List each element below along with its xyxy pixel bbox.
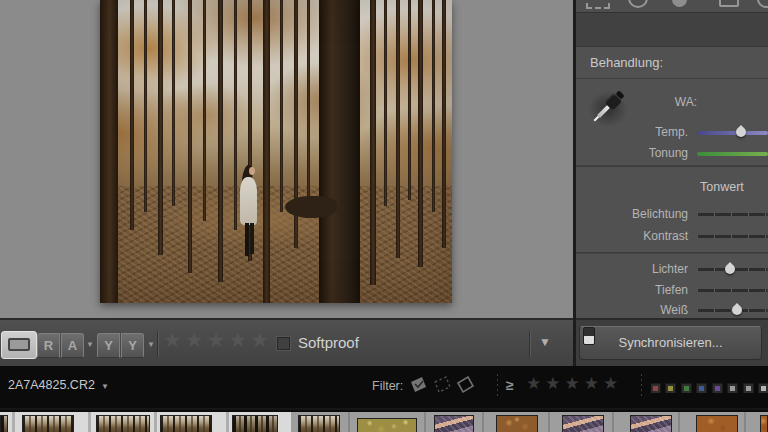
- highlights-slider-handle[interactable]: [723, 262, 737, 276]
- color-label-filters: [651, 379, 768, 393]
- star-icon[interactable]: ★: [565, 374, 584, 393]
- develop-right-panel: Behandlung: WA: Temp. Tonung Tonwert Bel…: [576, 0, 768, 318]
- color-label-purple[interactable]: [713, 384, 722, 393]
- exposure-slider-track[interactable]: [697, 213, 768, 216]
- filmstrip-filename[interactable]: 2A7A4825.CR2▼: [8, 378, 109, 392]
- split-view-right-button[interactable]: Y: [121, 333, 144, 358]
- softproof-checkbox[interactable]: [277, 337, 290, 350]
- star-icon[interactable]: ★: [250, 328, 272, 351]
- tint-slider-label: Tonung: [576, 146, 688, 160]
- unflagged-flag-icon: [435, 377, 450, 392]
- thumbnail[interactable]: [298, 415, 340, 432]
- synchronize-button[interactable]: Synchronisieren...: [579, 326, 762, 360]
- color-label-none[interactable]: [728, 384, 737, 393]
- thumbnail[interactable]: [496, 415, 538, 432]
- thumbnail[interactable]: [760, 415, 768, 432]
- star-icon[interactable]: ★: [603, 374, 622, 393]
- cell-divider: [424, 412, 426, 432]
- temp-slider-label: Temp.: [576, 125, 688, 139]
- thumbnail[interactable]: [232, 415, 278, 432]
- star-icon[interactable]: ★: [584, 374, 603, 393]
- thumbnail[interactable]: [357, 418, 417, 432]
- thumbnail[interactable]: [96, 415, 150, 432]
- develop-toolbar: R A ▼ Y Y ▼ ★★★★★ Softproof ▼: [0, 318, 573, 366]
- thumbnail[interactable]: [0, 415, 8, 432]
- color-label-yellow[interactable]: [666, 384, 675, 393]
- crop-tool-icon[interactable]: [586, 0, 610, 9]
- star-icon[interactable]: ★: [185, 328, 207, 351]
- sync-row: Synchronisieren...: [576, 318, 768, 366]
- red-eye-tool-icon[interactable]: [672, 0, 687, 7]
- thumbnail[interactable]: [696, 415, 738, 432]
- cell-divider: [348, 412, 350, 432]
- rating-stars[interactable]: ★★★★★: [163, 328, 272, 352]
- filmstrip: 2A7A4825.CR2▼ Filter: ≥ ★★★★★: [0, 366, 768, 432]
- toolbar-divider: [530, 331, 531, 357]
- reject-flag-icon: [458, 377, 473, 392]
- temp-slider-track[interactable]: [697, 131, 768, 135]
- before-after-left-button[interactable]: R: [37, 333, 60, 358]
- graduated-filter-tool-icon[interactable]: [719, 0, 739, 7]
- contrast-slider-track[interactable]: [697, 235, 768, 238]
- temp-slider-handle[interactable]: [734, 125, 748, 139]
- color-label-red[interactable]: [651, 384, 660, 393]
- before-after-right-button[interactable]: A: [61, 333, 84, 358]
- radial-filter-tool-icon[interactable]: [757, 0, 768, 8]
- panel-tone: Tonwert Belichtung Kontrast Lichter Tief…: [576, 166, 768, 318]
- filter-label: Filter:: [372, 379, 403, 393]
- filter-divider: [641, 374, 642, 396]
- work-area: [0, 0, 573, 318]
- thumbnail[interactable]: [562, 415, 604, 432]
- thumbnail[interactable]: [630, 415, 672, 432]
- sync-toggle-switch-icon[interactable]: [583, 327, 595, 345]
- color-label-green[interactable]: [682, 384, 691, 393]
- treatment-header[interactable]: Behandlung:: [576, 47, 768, 79]
- filter-rating-stars[interactable]: ★★★★★: [526, 373, 622, 394]
- tone-header: Tonwert: [700, 180, 744, 194]
- chevron-down-icon[interactable]: ▼: [101, 382, 109, 391]
- split-view-left-button[interactable]: Y: [97, 333, 120, 358]
- star-icon[interactable]: ★: [526, 374, 545, 393]
- cell-divider: [744, 412, 746, 432]
- star-icon[interactable]: ★: [163, 328, 185, 351]
- color-label-custom[interactable]: [759, 384, 768, 393]
- star-icon[interactable]: ★: [545, 374, 564, 393]
- filter-divider: [497, 374, 498, 396]
- highlights-slider-label: Lichter: [576, 262, 688, 276]
- photo-vignette: [100, 0, 452, 303]
- color-label-blue[interactable]: [697, 384, 706, 393]
- min-rating-symbol[interactable]: ≥: [506, 377, 514, 393]
- wb-label: WA:: [585, 95, 697, 109]
- thumbnail[interactable]: [160, 415, 212, 432]
- star-icon[interactable]: ★: [228, 328, 250, 351]
- thumbnail[interactable]: [434, 415, 474, 432]
- highlights-slider-track[interactable]: [697, 268, 768, 271]
- cell-divider: [482, 412, 484, 432]
- tool-strip: [576, 0, 768, 13]
- tone-section-divider: [576, 253, 768, 254]
- spot-removal-tool-icon[interactable]: [628, 0, 648, 8]
- pick-flag-icon: [411, 377, 426, 392]
- cell-divider: [612, 412, 614, 432]
- exposure-slider-label: Belichtung: [576, 207, 688, 221]
- shadows-slider-label: Tiefen: [576, 283, 688, 297]
- whites-slider-track[interactable]: [697, 309, 768, 312]
- thumbnail[interactable]: [22, 415, 74, 432]
- filename-text: 2A7A4825.CR2: [8, 378, 95, 392]
- panel-treatment: Behandlung: WA: Temp. Tonung: [576, 46, 768, 165]
- eyedropper-tip: [594, 116, 600, 122]
- cell-divider: [548, 412, 550, 432]
- shadows-slider-track[interactable]: [697, 289, 768, 292]
- photo-canvas[interactable]: [100, 0, 452, 303]
- star-icon[interactable]: ★: [207, 328, 229, 351]
- color-label-none[interactable]: [744, 384, 753, 393]
- chevron-down-icon[interactable]: ▼: [147, 340, 155, 349]
- tint-slider-track[interactable]: [697, 152, 768, 156]
- cell-divider: [678, 412, 680, 432]
- whites-slider-handle[interactable]: [730, 303, 744, 317]
- toolbar-options-chevron-icon[interactable]: ▼: [539, 335, 551, 349]
- cell-divider: [12, 412, 15, 432]
- chevron-down-icon[interactable]: ▼: [86, 340, 94, 349]
- loupe-view-button[interactable]: [1, 331, 37, 359]
- filter-flag-icons[interactable]: [409, 376, 481, 394]
